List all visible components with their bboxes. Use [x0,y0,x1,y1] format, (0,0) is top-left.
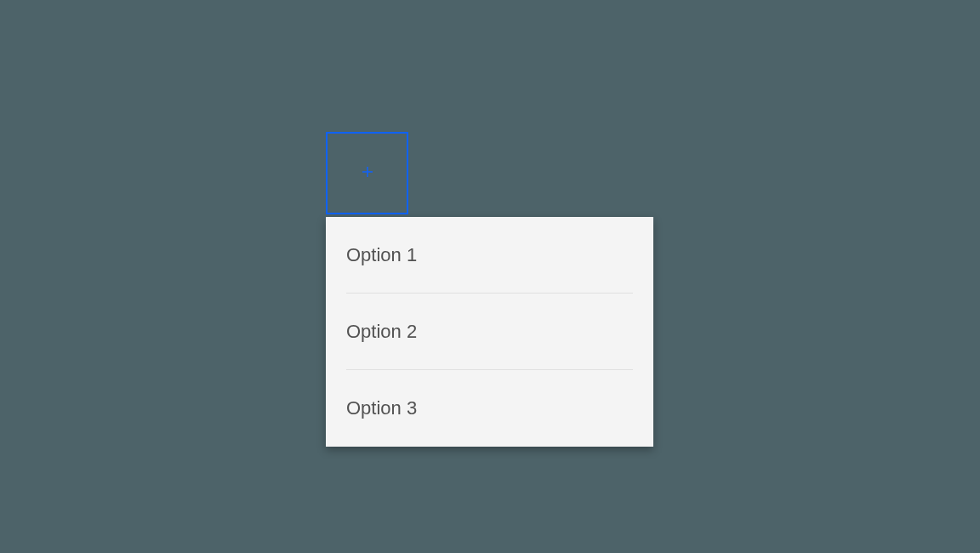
dropdown-menu: Option 1 Option 2 Option 3 [326,217,653,447]
menu-option[interactable]: Option 1 [326,217,653,294]
menu-option[interactable]: Option 3 [326,370,653,447]
menu-option[interactable]: Option 2 [326,294,653,370]
menu-option-label: Option 1 [346,244,417,266]
plus-icon [361,165,374,182]
menu-option-label: Option 2 [346,321,417,343]
add-button[interactable] [326,132,408,214]
menu-option-label: Option 3 [346,397,417,419]
